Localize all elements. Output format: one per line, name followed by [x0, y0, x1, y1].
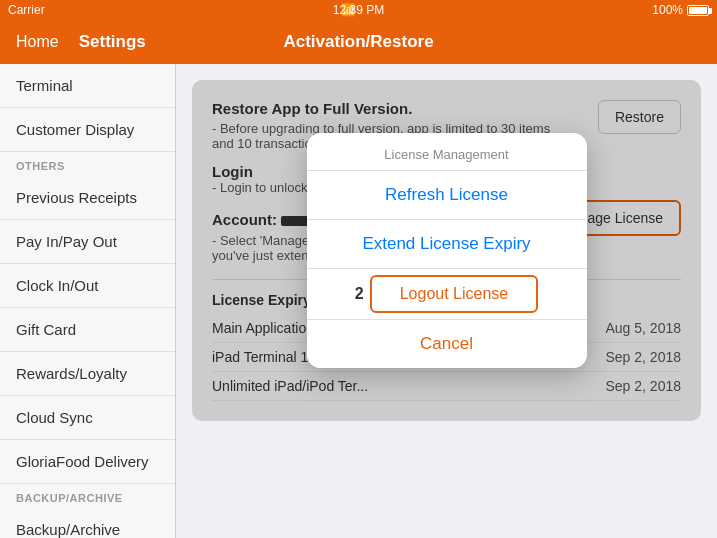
modal-title: License Management: [307, 133, 587, 171]
sidebar-item-gift-card[interactable]: Gift Card: [0, 308, 175, 352]
content-area: Restore App to Full Version. - Before up…: [176, 64, 717, 538]
main-layout: Terminal Customer Display OTHERS Previou…: [0, 64, 717, 538]
battery-percent: 100%: [652, 3, 683, 17]
extend-license-button[interactable]: Extend License Expiry: [307, 220, 587, 269]
sidebar-item-backup-archive[interactable]: Backup/Archive: [0, 508, 175, 538]
sidebar-item-previous-receipts[interactable]: Previous Receipts: [0, 176, 175, 220]
nav-bar: Home Settings Activation/Restore: [0, 20, 717, 64]
page-title: Activation/Restore: [283, 32, 433, 52]
modal-overlay: License Management Refresh License Exten…: [192, 80, 701, 421]
time-label: 12:39 PM: [333, 3, 384, 17]
sidebar-item-rewards-loyalty[interactable]: Rewards/Loyalty: [0, 352, 175, 396]
license-management-modal: License Management Refresh License Exten…: [307, 133, 587, 368]
sidebar-item-terminal[interactable]: Terminal: [0, 64, 175, 108]
sidebar-item-pay-in-out[interactable]: Pay In/Pay Out: [0, 220, 175, 264]
annotation-2: 2: [355, 285, 364, 303]
sidebar-item-gloriafood[interactable]: GloriaFood Delivery: [0, 440, 175, 484]
sidebar-section-backup: BACKUP/ARCHIVE: [0, 484, 175, 508]
battery-section: 100%: [652, 3, 709, 17]
refresh-license-button[interactable]: Refresh License: [307, 171, 587, 220]
sidebar-item-cloud-sync[interactable]: Cloud Sync: [0, 396, 175, 440]
home-nav-item[interactable]: Home: [16, 33, 59, 51]
carrier-label: Carrier: [8, 3, 45, 17]
content-card: Restore App to Full Version. - Before up…: [192, 80, 701, 421]
status-bar: Carrier 📶 12:39 PM 100%: [0, 0, 717, 20]
logout-license-button[interactable]: Logout License: [370, 275, 539, 313]
battery-icon: [687, 5, 709, 16]
cancel-button[interactable]: Cancel: [307, 320, 587, 368]
sidebar-section-others: OTHERS: [0, 152, 175, 176]
settings-nav-item[interactable]: Settings: [79, 32, 146, 52]
sidebar: Terminal Customer Display OTHERS Previou…: [0, 64, 176, 538]
logout-license-row: 2 Logout License: [307, 269, 587, 320]
sidebar-item-customer-display[interactable]: Customer Display: [0, 108, 175, 152]
sidebar-item-clock-in-out[interactable]: Clock In/Out: [0, 264, 175, 308]
